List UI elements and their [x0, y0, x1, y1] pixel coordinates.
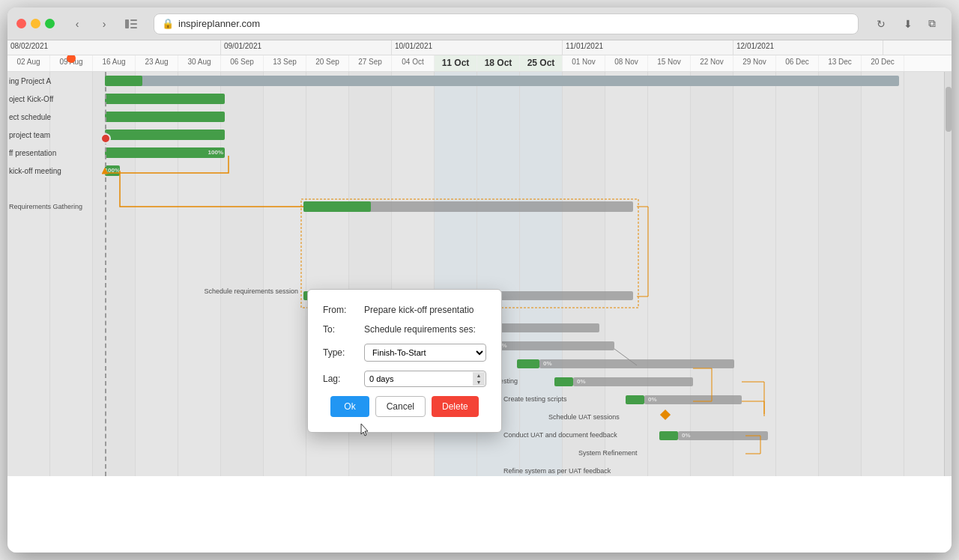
dependency-dialog: From: Prepare kick-off presentatio To: S…: [307, 289, 502, 433]
url-text: inspireplanner.com: [178, 18, 260, 29]
dialog-to-field: To: Schedule requirements ses:: [323, 324, 486, 335]
month-sep: 09/01/2021: [221, 40, 392, 55]
to-label: To:: [323, 324, 364, 335]
dialog-lag-field: Lag: ▲ ▼: [323, 371, 486, 387]
cancel-button[interactable]: Cancel: [375, 396, 426, 417]
to-value: Schedule requirements ses:: [364, 324, 486, 335]
month-oct: 10/01/2021: [392, 40, 563, 55]
modal-overlay: From: Prepare kick-off presentatio To: S…: [7, 72, 952, 476]
week-29nov: 29 Nov: [733, 55, 776, 71]
week-16aug: 16 Aug: [93, 55, 136, 71]
svg-rect-3: [130, 27, 137, 28]
week-22nov: 22 Nov: [691, 55, 733, 71]
week-30aug: 30 Aug: [178, 55, 221, 71]
gantt-month-headers: 08/02/2021 09/01/2021 10/01/2021 11/01/2…: [7, 40, 952, 55]
traffic-lights: [16, 19, 55, 28]
month-aug: 08/02/2021: [7, 40, 221, 55]
svg-rect-0: [125, 19, 129, 28]
week-13sep: 13 Sep: [264, 55, 306, 71]
week-27sep: 27 Sep: [349, 55, 392, 71]
browser-window: ‹ › 🔒 inspireplanner.com ↻ ⬇ ⧉ 08/02/202…: [7, 7, 952, 553]
back-button[interactable]: ‹: [67, 13, 88, 34]
minimize-button[interactable]: [31, 19, 40, 28]
type-label: Type:: [323, 347, 364, 358]
fullscreen-button[interactable]: ⧉: [922, 13, 943, 34]
month-dec: 12/01/2021: [733, 40, 883, 55]
browser-titlebar: ‹ › 🔒 inspireplanner.com ↻ ⬇ ⧉: [7, 7, 952, 40]
ok-button[interactable]: Ok: [330, 396, 369, 417]
close-button[interactable]: [16, 19, 26, 28]
week-11oct: 11 Oct: [435, 55, 477, 71]
lock-icon: 🔒: [162, 18, 174, 29]
download-button[interactable]: ⬇: [898, 13, 919, 34]
lag-spin-buttons: ▲ ▼: [473, 372, 485, 386]
week-20sep: 20 Sep: [306, 55, 349, 71]
week-23aug: 23 Aug: [136, 55, 178, 71]
svg-rect-1: [130, 19, 137, 21]
week-02aug: 02 Aug: [7, 55, 50, 71]
week-25oct: 25 Oct: [520, 55, 563, 71]
week-09aug: 09 Aug: [50, 55, 93, 71]
lag-input-container: ▲ ▼: [364, 371, 486, 387]
browser-actions: ⬇ ⧉: [898, 13, 943, 34]
week-13dec: 13 Dec: [819, 55, 862, 71]
week-18oct: 18 Oct: [477, 55, 520, 71]
week-15nov: 15 Nov: [648, 55, 691, 71]
week-08nov: 08 Nov: [605, 55, 648, 71]
lag-label: Lag:: [323, 374, 364, 384]
maximize-button[interactable]: [45, 19, 55, 28]
gantt-body: ing Project A oject Kick-Off ect schedul…: [7, 72, 952, 476]
week-06sep: 06 Sep: [221, 55, 264, 71]
from-value: Prepare kick-off presentatio: [364, 305, 486, 315]
gantt-week-headers: 02 Aug 09 Aug 16 Aug 23 Aug 30 Aug 06 Se…: [7, 55, 952, 72]
lag-increment-button[interactable]: ▲: [473, 372, 485, 379]
week-06dec: 06 Dec: [776, 55, 819, 71]
sidebar-toggle-button[interactable]: [121, 13, 142, 34]
week-01nov: 01 Nov: [563, 55, 605, 71]
reload-button[interactable]: ↻: [871, 13, 892, 34]
lag-decrement-button[interactable]: ▼: [473, 379, 485, 386]
type-select[interactable]: Finish-To-Start Start-To-Start Finish-To…: [364, 344, 486, 362]
dialog-buttons: Ok Cancel Delete: [323, 396, 486, 417]
month-nov: 11/01/2021: [563, 40, 733, 55]
dialog-type-field: Type: Finish-To-Start Start-To-Start Fin…: [323, 344, 486, 362]
delete-button[interactable]: Delete: [432, 396, 479, 417]
from-label: From:: [323, 305, 364, 315]
week-20dec: 20 Dec: [862, 55, 904, 71]
lag-input[interactable]: [364, 371, 486, 387]
gantt-container: 08/02/2021 09/01/2021 10/01/2021 11/01/2…: [7, 40, 952, 553]
address-bar[interactable]: 🔒 inspireplanner.com: [154, 13, 859, 34]
svg-rect-2: [130, 23, 137, 25]
forward-button[interactable]: ›: [94, 13, 115, 34]
dialog-from-field: From: Prepare kick-off presentatio: [323, 305, 486, 315]
week-04oct: 04 Oct: [392, 55, 435, 71]
